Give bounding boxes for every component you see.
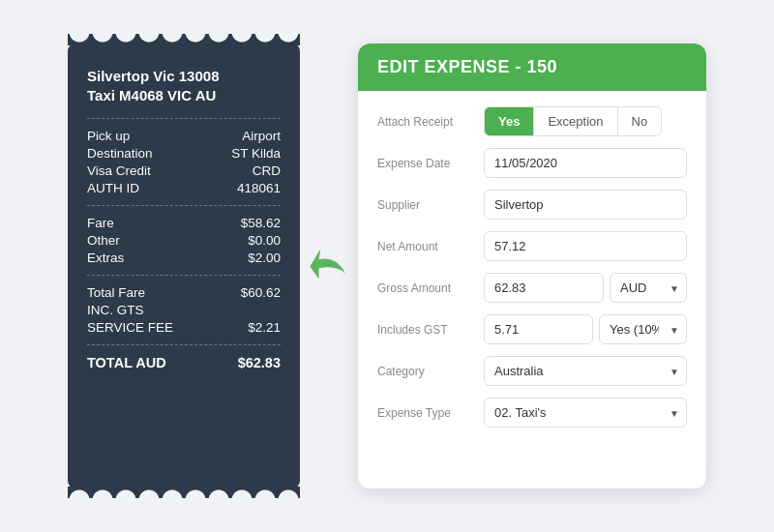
divider-3 (87, 275, 281, 276)
receipt-row-value: $0.00 (248, 233, 281, 248)
receipt-company: Silvertop Vic 13008 Taxi M4068 VIC AU (87, 67, 281, 104)
includes-gst-label: Includes GST (377, 323, 474, 337)
gst-rate-select-wrap: Yes (10%) No ▼ (599, 314, 687, 344)
expense-type-select-wrap: 02. Taxi's 01. Meals 03. Accommodation ▼ (484, 398, 687, 428)
edit-header: EDIT EXPENSE - 150 (358, 44, 706, 91)
total-value: $62.83 (238, 355, 281, 370)
supplier-input[interactable] (484, 190, 687, 220)
attach-receipt-row: Attach Receipt Yes Exception No (377, 106, 687, 136)
edit-title: EDIT EXPENSE - 150 (377, 57, 557, 76)
receipt-row-value: CRD (253, 163, 281, 178)
includes-gst-row: Includes GST Yes (10%) No ▼ (377, 314, 687, 344)
category-control: Australia International ▼ (484, 356, 687, 386)
expense-date-input[interactable] (484, 148, 687, 178)
receipt-row-value: $2.00 (248, 251, 281, 265)
divider-2 (87, 205, 281, 206)
company-line2: Taxi M4068 VIC AU (87, 87, 216, 103)
gross-amount-label: Gross Amount (377, 281, 474, 295)
expense-type-select[interactable]: 02. Taxi's 01. Meals 03. Accommodation (484, 398, 687, 428)
total-label: TOTAL AUD (87, 355, 166, 370)
main-container: Silvertop Vic 13008 Taxi M4068 VIC AU Pi… (48, 24, 726, 508)
category-row: Category Australia International ▼ (377, 356, 687, 386)
attach-receipt-label: Attach Receipt (377, 115, 474, 129)
expense-type-label: Expense Type (377, 406, 474, 420)
gross-amount-row: Gross Amount AUD USD EUR ▼ (377, 273, 687, 303)
attach-receipt-control: Yes Exception No (484, 106, 687, 136)
receipt-header: Silvertop Vic 13008 Taxi M4068 VIC AU (87, 67, 281, 104)
receipt-row-value: $60.62 (241, 285, 281, 300)
net-amount-input[interactable] (484, 231, 687, 261)
attach-receipt-btn-group: Yes Exception No (484, 106, 662, 136)
gross-amount-control: AUD USD EUR ▼ (484, 273, 687, 303)
receipt-row: Other$0.00 (87, 233, 281, 248)
receipt-row: Pick upAirport (87, 129, 281, 143)
net-amount-label: Net Amount (377, 240, 474, 253)
receipt-row-value: ST Kilda (231, 146, 281, 161)
receipt-row-label: Extras (87, 251, 124, 265)
expense-type-control: 02. Taxi's 01. Meals 03. Accommodation ▼ (484, 398, 687, 428)
receipt-row-label: Total Fare (87, 285, 145, 300)
expense-date-row: Expense Date (377, 148, 687, 178)
company-line1: Silvertop Vic 13008 (87, 68, 219, 84)
arrow-wrap (300, 240, 358, 293)
gst-rate-select[interactable]: Yes (10%) No (599, 314, 687, 344)
receipt-row-label: Fare (87, 216, 114, 230)
receipt-row: DestinationST Kilda (87, 146, 281, 161)
includes-gst-control: Yes (10%) No ▼ (484, 314, 687, 344)
receipt-row-label: Other (87, 233, 120, 248)
receipt-section-3: Total Fare$60.62INC. GTSSERVICE FEE$2.21 (87, 285, 281, 335)
receipt-row: AUTH ID418061 (87, 181, 281, 195)
receipt-row-label: INC. GTS (87, 303, 144, 317)
receipt-row: INC. GTS (87, 303, 281, 317)
edit-panel: EDIT EXPENSE - 150 Attach Receipt Yes Ex… (358, 44, 706, 488)
category-select-wrap: Australia International ▼ (484, 356, 687, 386)
receipt-total-row: TOTAL AUD $62.83 (87, 355, 281, 370)
supplier-label: Supplier (377, 198, 474, 212)
category-select[interactable]: Australia International (484, 356, 687, 386)
receipt-row: Extras$2.00 (87, 251, 281, 265)
expense-type-row: Expense Type 02. Taxi's 01. Meals 03. Ac… (377, 398, 687, 428)
receipt-row-label: Destination (87, 146, 153, 161)
receipt-row-value: Airport (242, 129, 281, 143)
receipt-panel: Silvertop Vic 13008 Taxi M4068 VIC AU Pi… (68, 44, 300, 488)
receipt-row-label: SERVICE FEE (87, 320, 173, 335)
receipt-row-value: $2.21 (248, 320, 281, 335)
attach-receipt-exception-btn[interactable]: Exception (534, 107, 617, 135)
receipt-row: SERVICE FEE$2.21 (87, 320, 281, 335)
supplier-control (484, 190, 687, 220)
receipt-row: Total Fare$60.62 (87, 285, 281, 300)
receipt-row-value: $58.62 (241, 216, 281, 230)
expense-date-control (484, 148, 687, 178)
currency-select-wrap: AUD USD EUR ▼ (610, 273, 687, 303)
receipt-section-1: Pick upAirportDestinationST KildaVisa Cr… (87, 129, 281, 195)
receipt-row: Fare$58.62 (87, 216, 281, 230)
divider-1 (87, 118, 281, 119)
gross-amount-input[interactable] (484, 273, 604, 303)
receipt-row-label: AUTH ID (87, 181, 139, 195)
currency-select[interactable]: AUD USD EUR (610, 273, 687, 303)
attach-receipt-no-btn[interactable]: No (618, 107, 662, 135)
attach-receipt-yes-btn[interactable]: Yes (485, 107, 534, 135)
includes-gst-input[interactable] (484, 314, 593, 344)
receipt-section-2: Fare$58.62Other$0.00Extras$2.00 (87, 216, 281, 265)
receipt-row-value: 418061 (237, 181, 281, 195)
net-amount-row: Net Amount (377, 231, 687, 261)
expense-date-label: Expense Date (377, 157, 474, 170)
net-amount-control (484, 231, 687, 261)
receipt-row-label: Pick up (87, 129, 130, 143)
arrow-icon (303, 240, 356, 293)
category-label: Category (377, 365, 474, 378)
receipt-row-label: Visa Credit (87, 163, 151, 178)
receipt-row: Visa CreditCRD (87, 163, 281, 178)
supplier-row: Supplier (377, 190, 687, 220)
divider-4 (87, 344, 281, 345)
edit-body: Attach Receipt Yes Exception No Expense … (358, 91, 706, 455)
